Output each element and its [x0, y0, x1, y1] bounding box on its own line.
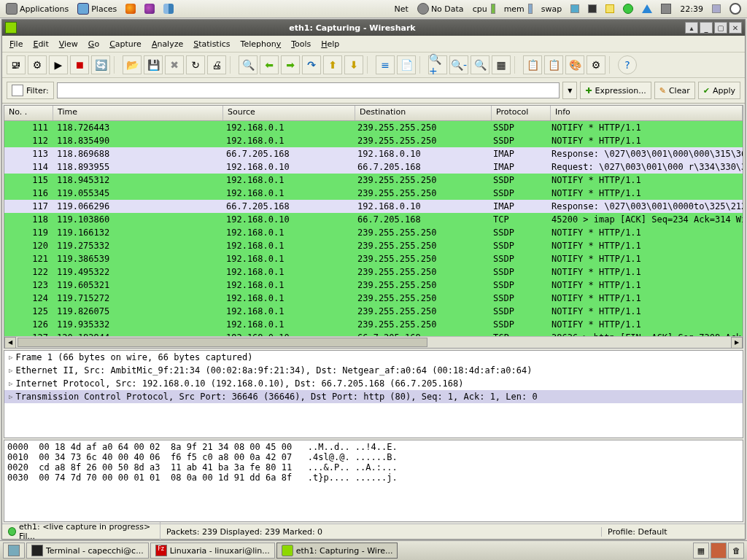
packet-row[interactable]: 122119.495322192.168.0.1239.255.255.250S…: [4, 265, 743, 279]
window-minimize-button[interactable]: _: [700, 22, 713, 34]
tree-frame[interactable]: ▷Frame 1 (66 bytes on wire, 66 bytes cap…: [4, 351, 743, 364]
scroll-left-icon[interactable]: ◀: [4, 337, 16, 349]
tray-volume-icon[interactable]: [658, 4, 674, 14]
clear-button[interactable]: ✎Clear: [654, 82, 695, 99]
col-time[interactable]: Time: [53, 106, 223, 120]
col-info[interactable]: Info: [551, 106, 743, 120]
titlebar[interactable]: eth1: Capturing - Wireshark ▴ _ ▢ ✕: [2, 20, 745, 36]
packet-list-scrollbar[interactable]: ◀ ▶: [4, 336, 743, 348]
tb-forward[interactable]: ➡: [281, 55, 300, 74]
tree-ethernet[interactable]: ▷Ethernet II, Src: AmbitMic_9f:21:34 (00…: [4, 364, 743, 377]
menu-analyze[interactable]: Analyze: [147, 38, 187, 50]
tb-last[interactable]: ⬇: [344, 55, 363, 74]
show-desktop-button[interactable]: [3, 542, 25, 559]
menu-go[interactable]: Go: [84, 38, 104, 50]
tb-restart[interactable]: 🔄: [91, 55, 110, 74]
task-wireshark[interactable]: eth1: Capturing - Wire...: [276, 542, 398, 559]
tb-goto[interactable]: ↷: [302, 55, 321, 74]
menu-file[interactable]: File: [5, 38, 27, 50]
menu-view[interactable]: View: [55, 38, 82, 50]
user-switcher[interactable]: [711, 542, 727, 559]
tb-reload[interactable]: ↻: [186, 55, 205, 74]
status-profile[interactable]: Profile: Default: [602, 527, 745, 537]
filter-input[interactable]: [57, 82, 560, 98]
tb-first[interactable]: ⬆: [323, 55, 342, 74]
status-capture[interactable]: eth1: <live capture in progress> Fil...: [2, 522, 160, 541]
apply-button[interactable]: ✔Apply: [698, 82, 740, 99]
packet-row[interactable]: 115118.945312192.168.0.1239.255.255.250S…: [4, 174, 743, 187]
tb-back[interactable]: ⬅: [260, 55, 279, 74]
places-menu[interactable]: Places: [74, 3, 120, 15]
pidgin-launcher[interactable]: [142, 4, 158, 14]
nodata-indicator[interactable]: No Data: [414, 3, 467, 15]
packet-row[interactable]: 127120.183944192.168.0.1066.7.205.168TCP…: [4, 331, 743, 336]
swap-monitor[interactable]: swap: [538, 4, 565, 14]
tb-help[interactable]: ?: [618, 55, 637, 74]
window-maximize-button[interactable]: ▢: [714, 22, 727, 34]
mem-monitor[interactable]: mem: [501, 4, 535, 14]
tb-interfaces[interactable]: 🖳: [7, 55, 26, 74]
window-roll-button[interactable]: ▴: [685, 22, 698, 34]
tb-prefs[interactable]: ⚙: [587, 55, 605, 74]
tb-capture-filters[interactable]: 📋: [523, 55, 542, 74]
menu-edit[interactable]: Edit: [28, 38, 53, 50]
packet-row[interactable]: 119119.166132192.168.0.1239.255.255.250S…: [4, 226, 743, 239]
col-protocol[interactable]: Protocol: [492, 106, 551, 120]
applications-menu[interactable]: Applications: [3, 3, 71, 15]
trash-button[interactable]: 🗑: [728, 542, 744, 559]
packet-row[interactable]: 121119.386539192.168.0.1239.255.255.250S…: [4, 252, 743, 265]
menu-tools[interactable]: Tools: [287, 38, 315, 50]
tb-colorize[interactable]: ≡: [376, 55, 395, 74]
filter-button[interactable]: Filter:: [7, 82, 54, 99]
menu-capture[interactable]: Capture: [105, 38, 146, 50]
packet-row[interactable]: 118119.103860192.168.0.1066.7.205.168TCP…: [4, 213, 743, 226]
tb-start[interactable]: ▶: [49, 55, 68, 74]
packet-row[interactable]: 123119.605321192.168.0.1239.255.255.250S…: [4, 279, 743, 292]
workspace-switcher[interactable]: ▦: [693, 542, 709, 559]
col-source[interactable]: Source: [223, 106, 355, 120]
packet-row[interactable]: 112118.835490192.168.0.1239.255.255.250S…: [4, 134, 743, 147]
tree-ip[interactable]: ▷Internet Protocol, Src: 192.168.0.10 (1…: [4, 377, 743, 390]
packet-row[interactable]: 125119.826075192.168.0.1239.255.255.250S…: [4, 305, 743, 318]
tray-status-icon[interactable]: [620, 4, 636, 14]
tb-zoom-in[interactable]: 🔍+: [428, 55, 447, 74]
filter-dropdown[interactable]: ▼: [562, 82, 577, 99]
packet-row[interactable]: 124119.715272192.168.0.1239.255.255.250S…: [4, 292, 743, 305]
menu-help[interactable]: Help: [317, 38, 344, 50]
tray-power-icon[interactable]: [727, 3, 744, 15]
tb-open[interactable]: 📂: [123, 55, 142, 74]
packet-row[interactable]: 114118.893955192.168.0.1066.7.205.168IMA…: [4, 160, 743, 174]
packet-row[interactable]: 113118.86968866.7.205.168192.168.0.10IMA…: [4, 147, 743, 160]
task-terminal[interactable]: Terminal - capecchi@c...: [26, 542, 149, 559]
tray-icon-2[interactable]: [585, 4, 600, 13]
tb-zoom-reset[interactable]: 🔍: [471, 55, 489, 74]
packet-row[interactable]: 116119.055345192.168.0.1239.255.255.250S…: [4, 187, 743, 200]
cpu-monitor[interactable]: cpu: [470, 4, 498, 14]
scroll-right-icon[interactable]: ▶: [731, 337, 743, 349]
tray-icon-1[interactable]: [568, 4, 582, 13]
task-filezilla[interactable]: FzLinuxaria - linuxari@lin...: [150, 542, 275, 559]
tb-zoom-out[interactable]: 🔍-: [449, 55, 468, 74]
cycle-launcher[interactable]: [160, 4, 177, 14]
tb-options[interactable]: ⚙: [28, 55, 47, 74]
tb-autoscroll[interactable]: 📄: [397, 55, 416, 74]
window-close-button[interactable]: ✕: [729, 22, 742, 34]
tb-find[interactable]: 🔍: [239, 55, 258, 74]
tray-monitor-icon[interactable]: [709, 4, 724, 13]
packet-row[interactable]: 111118.726443192.168.0.1239.255.255.250S…: [4, 121, 743, 134]
packet-list-body[interactable]: 111118.726443192.168.0.1239.255.255.250S…: [4, 121, 743, 336]
scroll-thumb[interactable]: [18, 338, 427, 347]
tray-wifi-icon[interactable]: [639, 4, 655, 13]
packet-row[interactable]: 126119.935332192.168.0.1239.255.255.250S…: [4, 318, 743, 331]
tb-close[interactable]: ✖: [165, 55, 184, 74]
packet-details-pane[interactable]: ▷Frame 1 (66 bytes on wire, 66 bytes cap…: [4, 350, 743, 438]
clock[interactable]: 22:39: [677, 4, 706, 14]
expression-button[interactable]: ✚Expression...: [580, 82, 651, 99]
packet-row[interactable]: 117119.06629666.7.205.168192.168.0.10IMA…: [4, 200, 743, 213]
tb-save[interactable]: 💾: [144, 55, 163, 74]
net-indicator[interactable]: Net: [392, 4, 411, 14]
tb-stop[interactable]: ⏹: [70, 55, 89, 74]
tray-notes-icon[interactable]: [603, 4, 617, 13]
firefox-launcher[interactable]: [123, 4, 139, 14]
menu-telephony[interactable]: Telephony: [236, 38, 286, 50]
